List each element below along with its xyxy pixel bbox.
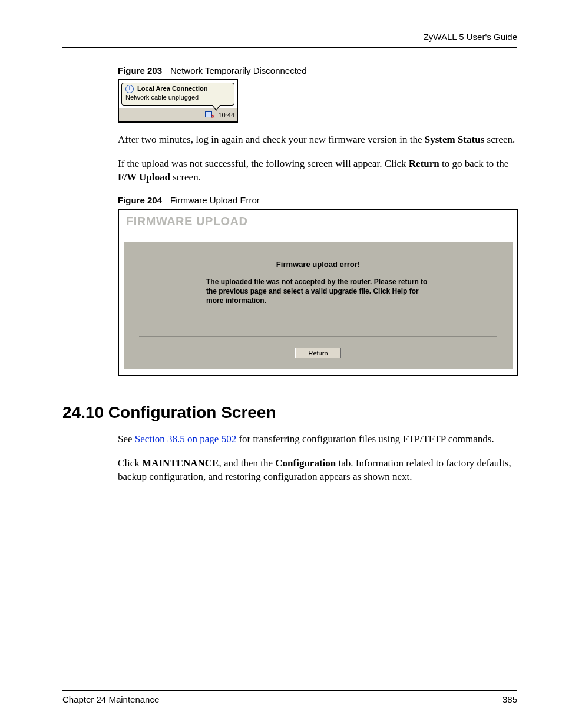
- figure-204-caption: Figure 204Firmware Upload Error: [118, 195, 517, 205]
- para-see-section: See Section 38.5 on page 502 for transfe…: [118, 433, 517, 446]
- footer-chapter: Chapter 24 Maintenance: [62, 694, 159, 704]
- return-button[interactable]: Return: [295, 348, 341, 358]
- balloon-body: Network cable unplugged: [125, 94, 230, 102]
- page-footer: Chapter 24 Maintenance 385: [62, 690, 517, 704]
- figure-203-title: Network Temporarily Disconnected: [170, 65, 306, 75]
- para-click-maintenance: Click MAINTENANCE, and then the Configur…: [118, 457, 517, 484]
- header-rule: [62, 47, 517, 48]
- notification-balloon: i Local Area Connection Network cable un…: [121, 83, 234, 106]
- firmware-error-title: Firmware upload error!: [137, 260, 500, 269]
- section-heading-24-10: 24.10 Configuration Screen: [62, 403, 517, 422]
- info-icon: i: [125, 85, 134, 93]
- footer-rule: [62, 690, 517, 691]
- balloon-title: Local Area Connection: [137, 85, 207, 93]
- figure-203-number: Figure 203: [118, 65, 162, 75]
- para-after-two-minutes: After two minutes, log in again and chec…: [118, 133, 517, 147]
- figure-203-image: i Local Area Connection Network cable un…: [118, 79, 238, 123]
- para-upload-fail: If the upload was not successful, the fo…: [118, 157, 517, 185]
- figure-204-number: Figure 204: [118, 195, 162, 205]
- figure-204-image: FIRMWARE UPLOAD Firmware upload error! T…: [118, 209, 518, 377]
- cross-ref-link[interactable]: Section 38.5 on page 502: [135, 433, 236, 444]
- firmware-error-panel: Firmware upload error! The uploaded file…: [124, 242, 513, 370]
- figure-204-title: Firmware Upload Error: [170, 195, 260, 205]
- panel-divider: [139, 336, 497, 337]
- taskbar-clock: 10:44: [218, 111, 234, 118]
- firmware-upload-heading: FIRMWARE UPLOAD: [126, 215, 513, 228]
- network-disconnected-icon: ×: [205, 111, 213, 118]
- footer-page-number: 385: [503, 694, 517, 704]
- balloon-tail: [211, 105, 221, 111]
- figure-203-caption: Figure 203Network Temporarily Disconnect…: [118, 65, 517, 75]
- firmware-error-message: The uploaded file was not accepted by th…: [206, 277, 430, 306]
- running-header: ZyWALL 5 User's Guide: [62, 32, 517, 42]
